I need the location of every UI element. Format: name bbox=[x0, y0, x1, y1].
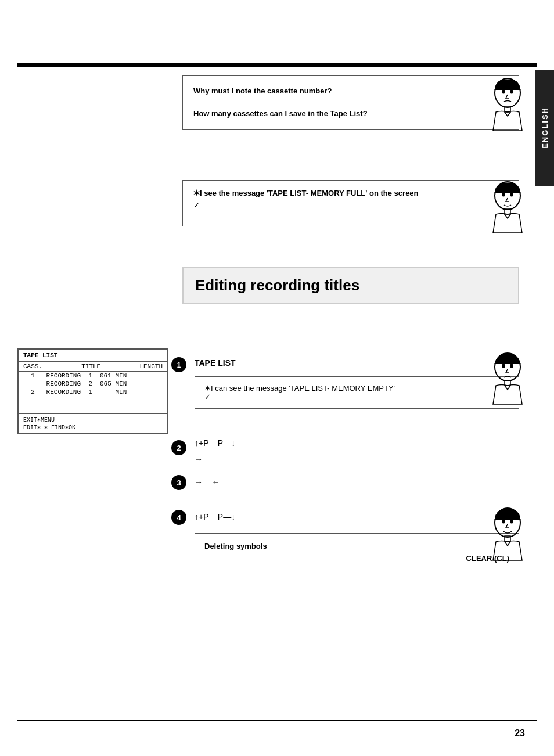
deleting-symbols-box: Deleting symbols CLEAR (CL) bbox=[195, 533, 519, 571]
character-illustration-step1 bbox=[484, 348, 531, 406]
svg-point-9 bbox=[502, 364, 505, 368]
step-1-text: TAPE LIST bbox=[195, 358, 236, 368]
faq-box: Why must I note the cassette number? How… bbox=[182, 75, 519, 130]
step-3-number: 3 bbox=[177, 478, 181, 487]
sidebar-english: ENGLISH bbox=[535, 70, 554, 186]
memory-empty-box: ✶I can see the message 'TAPE LIST- MEMOR… bbox=[195, 376, 519, 409]
top-bar bbox=[17, 63, 537, 67]
step-2-arrow: → bbox=[195, 455, 203, 464]
section-title: Editing recording titles bbox=[195, 276, 506, 294]
step-1-circle: 1 bbox=[171, 357, 186, 372]
step-4-text: ↑+P P—↓ bbox=[195, 512, 235, 521]
step-4-number: 4 bbox=[177, 513, 181, 522]
step-3-circle: 3 bbox=[171, 475, 186, 490]
character-illustration-top bbox=[484, 73, 531, 136]
tape-list-footer: EXIT✶MENU EDIT✶ ✶ FIND✶OK bbox=[19, 413, 167, 433]
tape-list-header: TAPE LIST bbox=[19, 350, 167, 362]
col-length: LENGTH bbox=[139, 363, 163, 370]
footer-exit: EXIT✶MENU bbox=[23, 416, 163, 423]
col-title: TITLE bbox=[81, 363, 100, 370]
svg-point-2 bbox=[510, 90, 513, 94]
memory-empty-text: ✶I can see the message 'TAPE LIST- MEMOR… bbox=[204, 384, 509, 393]
character-illustration-step4 bbox=[484, 502, 531, 566]
step-2-text: ↑+P P—↓ bbox=[195, 438, 235, 448]
step-4-content: ↑+P P—↓ bbox=[195, 512, 235, 521]
svg-point-14 bbox=[510, 520, 513, 524]
svg-point-5 bbox=[502, 193, 505, 197]
step-3-text: → ← bbox=[195, 477, 220, 487]
footer-edit: EDIT✶ ✶ FIND✶OK bbox=[23, 424, 163, 431]
svg-point-1 bbox=[502, 90, 505, 94]
tape-list-row-2: RECORDING 2 065 MIN bbox=[19, 380, 167, 388]
section-header: Editing recording titles bbox=[182, 267, 519, 304]
deleting-content: CLEAR (CL) bbox=[204, 554, 509, 563]
memory-full-text: ✶I see the message 'TAPE LIST- MEMORY FU… bbox=[193, 189, 508, 197]
faq-line1: Why must I note the cassette number? bbox=[193, 85, 508, 98]
svg-point-10 bbox=[510, 364, 513, 368]
bottom-bar bbox=[17, 720, 537, 721]
faq-line2: How many cassettes can I save in the Tap… bbox=[193, 108, 508, 120]
step-2-circle: 2 bbox=[171, 440, 186, 455]
memory-empty-check: ✓ bbox=[204, 393, 509, 401]
tape-list-row-3: 2 RECORDING 1 MIN bbox=[19, 388, 167, 396]
col-cass: CASS. bbox=[23, 363, 42, 370]
step-1-number: 1 bbox=[177, 361, 181, 369]
svg-point-13 bbox=[502, 520, 505, 524]
tape-list-row-1: 1 RECORDING 1 061 MIN bbox=[19, 372, 167, 380]
step-3-content: → ← bbox=[195, 477, 220, 487]
deleting-title: Deleting symbols bbox=[204, 542, 509, 550]
tape-list-diagram: TAPE LIST CASS. TITLE LENGTH 1 RECORDING… bbox=[17, 348, 168, 434]
sidebar-label-text: ENGLISH bbox=[541, 107, 549, 149]
page-number: 23 bbox=[515, 728, 525, 739]
step-1-label: TAPE LIST bbox=[195, 358, 236, 368]
memory-full-check: ✓ bbox=[193, 201, 508, 210]
step-2-content: ↑+P P—↓ bbox=[195, 438, 235, 448]
character-illustration-mid bbox=[484, 177, 531, 235]
step-4-circle: 4 bbox=[171, 510, 186, 525]
svg-point-6 bbox=[510, 193, 513, 197]
step-2-number: 2 bbox=[177, 444, 181, 452]
tape-list-col-headers: CASS. TITLE LENGTH bbox=[19, 362, 167, 372]
memory-full-box: ✶I see the message 'TAPE LIST- MEMORY FU… bbox=[182, 180, 519, 226]
